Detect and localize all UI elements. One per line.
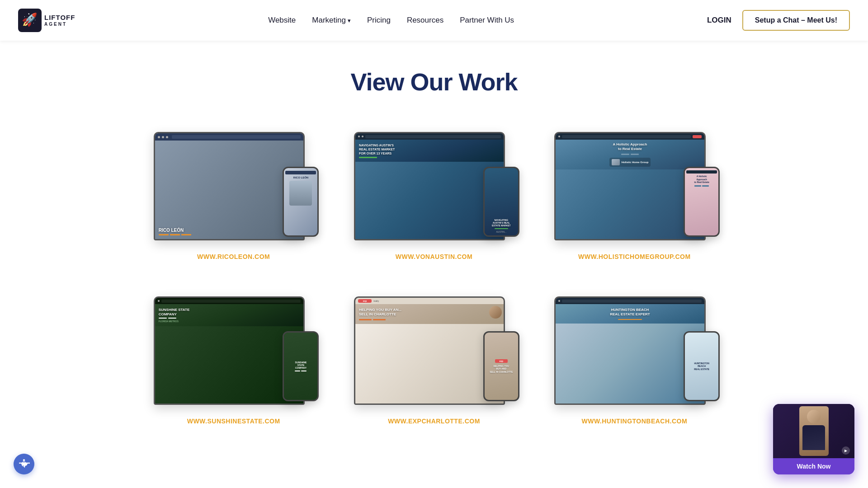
url-rico[interactable]: WWW.RICOLEON.COM (197, 253, 270, 260)
laptop-huntington: HUNTINGTON BEACHREAL ESTATE EXPERT (554, 296, 705, 405)
screen-sunshine-laptop: SUNSHINE STATECOMPANY FLORIDA METROS (155, 298, 303, 404)
nav-item-pricing[interactable]: Pricing (367, 16, 391, 25)
mockup-holistic[interactable]: A Holistic Approachto Real Estate Holist… (546, 114, 723, 245)
screen-holistic-laptop: A Holistic Approachto Real Estate Holist… (556, 133, 704, 239)
url-sunshine[interactable]: WWW.SUNSHINESTATE.COM (187, 418, 280, 425)
laptop-rico: RICO LEÓN (154, 132, 305, 240)
phone-huntington: HUNTINGTONBEACHREAL ESTATE (684, 331, 720, 401)
svg-text:🚀: 🚀 (22, 12, 38, 27)
portfolio-grid: RICO LEÓN RICO L (118, 114, 750, 452)
phone-rico: RICO LEÓN (283, 167, 319, 237)
nav-item-marketing[interactable]: Marketing (312, 16, 351, 25)
nav-item-resources[interactable]: Resources (407, 16, 443, 25)
watch-now-widget[interactable]: ▶ Watch Now (773, 404, 854, 452)
logo[interactable]: 🚀 liftoff AGENT (18, 9, 75, 32)
phone-sunshine: SUNSHINESTATECOMPANY (283, 331, 319, 401)
logo-text-line2: AGENT (44, 22, 75, 27)
phone-von: NAVIGATINGAUSTIN'S REALESTATE MARKET AUS… (483, 167, 519, 237)
section-header: View Our Work (0, 41, 868, 114)
portfolio-item-holistic: A Holistic Approachto Real Estate Holist… (546, 114, 723, 260)
section-title: View Our Work (9, 68, 859, 96)
logo-text-line1: liftoff (44, 14, 75, 22)
portfolio-item-huntington: HUNTINGTON BEACHREAL ESTATE EXPERT HUNTI… (546, 278, 723, 425)
screen-exp-laptop: exp realty HELPING YOU BUY AN...SELL IN … (355, 298, 504, 404)
phone-exp: exp HELPING YOUBUY ANDSELL IN CHARLOTTE (483, 331, 519, 401)
mockup-sunshine[interactable]: SUNSHINE STATECOMPANY FLORIDA METROS (145, 278, 322, 409)
watch-now-thumb: ▶ (773, 404, 854, 452)
mockup-huntington[interactable]: HUNTINGTON BEACHREAL ESTATE EXPERT HUNTI… (546, 278, 723, 409)
laptop-von: NAVIGATING AUSTIN'SREAL ESTATE MARKETFOR… (354, 132, 505, 240)
nav-right: LOGIN Setup a Chat – Meet Us! (707, 10, 850, 31)
cta-button[interactable]: Setup a Chat – Meet Us! (742, 10, 850, 31)
screen-huntington-laptop: HUNTINGTON BEACHREAL ESTATE EXPERT (556, 298, 704, 404)
nav-item-partner[interactable]: Partner With Us (460, 16, 514, 25)
login-button[interactable]: LOGIN (707, 16, 731, 25)
portfolio-item-exp: exp realty HELPING YOU BUY AN...SELL IN … (345, 278, 523, 425)
phone-holistic: A HolisticApproachto Real Estate (684, 167, 720, 237)
mockup-exp[interactable]: exp realty HELPING YOU BUY AN...SELL IN … (345, 278, 523, 409)
laptop-exp: exp realty HELPING YOU BUY AN...SELL IN … (354, 296, 505, 405)
nav-item-website[interactable]: Website (268, 16, 296, 25)
portfolio-item-sunshine: SUNSHINE STATECOMPANY FLORIDA METROS (145, 278, 322, 425)
url-von[interactable]: WWW.VONAUSTIN.COM (396, 253, 472, 260)
url-exp[interactable]: WWW.EXPCHARLOTTE.COM (388, 418, 480, 425)
portfolio-item-rico: RICO LEÓN RICO L (145, 114, 322, 260)
nav-links: Website Marketing Pricing Resources Part… (268, 16, 514, 25)
mockup-rico[interactable]: RICO LEÓN RICO L (145, 114, 322, 245)
navbar: 🚀 liftoff AGENT Website Marketing Pricin… (0, 0, 868, 41)
logo-icon: 🚀 (18, 9, 42, 32)
page-content: View Our Work RICO LEÓN (0, 0, 868, 452)
screen-von-laptop: NAVIGATING AUSTIN'SREAL ESTATE MARKETFOR… (355, 133, 504, 239)
mockup-von[interactable]: NAVIGATING AUSTIN'SREAL ESTATE MARKETFOR… (345, 114, 523, 245)
portfolio-item-von: NAVIGATING AUSTIN'SREAL ESTATE MARKETFOR… (345, 114, 523, 260)
laptop-holistic: A Holistic Approachto Real Estate Holist… (554, 132, 705, 240)
screen-rico-laptop: RICO LEÓN (155, 133, 303, 239)
laptop-sunshine: SUNSHINE STATECOMPANY FLORIDA METROS (154, 296, 305, 405)
url-huntington[interactable]: WWW.HUNTINGTONBEACH.COM (581, 418, 687, 425)
url-holistic[interactable]: WWW.HOLISTICHOMEGROUP.COM (578, 253, 691, 260)
